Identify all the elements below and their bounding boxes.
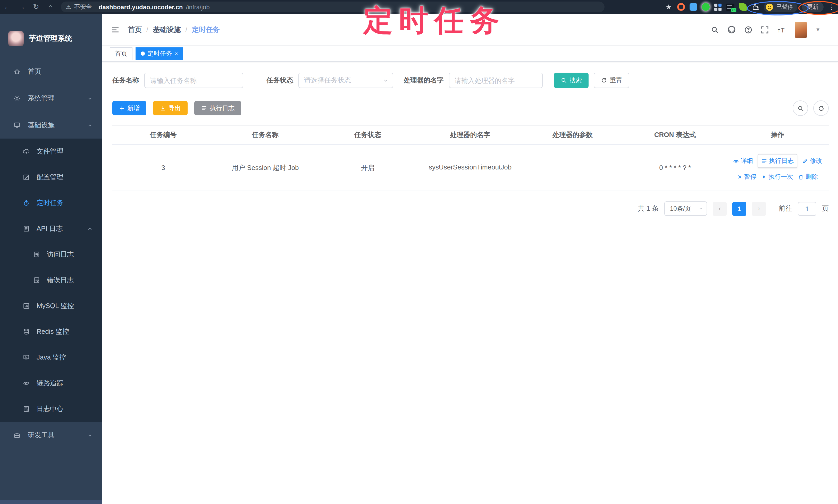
- action-edit[interactable]: 修改: [802, 157, 822, 165]
- home-icon[interactable]: ⌂: [43, 0, 58, 14]
- sidebar-item-file-management[interactable]: 文件管理: [0, 139, 102, 164]
- task-name-input[interactable]: [144, 73, 243, 88]
- sidebar-item-system[interactable]: 系统管理: [0, 85, 102, 112]
- cell-handler-param: [521, 144, 624, 191]
- handler-name-label: 处理器的名字: [404, 76, 444, 85]
- handler-name-input[interactable]: [449, 73, 543, 88]
- tags-view-bar: 首页 定时任务 ×: [102, 46, 838, 62]
- sidebar-item-access-log[interactable]: 访问日志: [0, 241, 102, 267]
- extension-green-icon[interactable]: [702, 3, 710, 11]
- sidebar-item-mysql-monitor[interactable]: MySQL 监控: [0, 293, 102, 319]
- sidebar-item-scheduled-tasks[interactable]: 定时任务: [0, 190, 102, 216]
- action-run-once[interactable]: 执行一次: [761, 173, 793, 181]
- sidebar-item-redis-monitor[interactable]: Redis 监控: [0, 319, 102, 345]
- sidebar-item-trace[interactable]: 链路追踪: [0, 370, 102, 396]
- sidebar-scrollbar[interactable]: [0, 500, 102, 504]
- user-avatar[interactable]: [795, 21, 807, 38]
- breadcrumb-infra[interactable]: 基础设施: [153, 25, 181, 34]
- next-page-button[interactable]: ›: [752, 202, 766, 216]
- breadcrumb-home[interactable]: 首页: [128, 25, 142, 34]
- reload-icon[interactable]: ↻: [29, 0, 43, 14]
- add-button[interactable]: 新增: [112, 101, 146, 115]
- infra-submenu: 文件管理 配置管理 定时任务: [0, 139, 102, 422]
- reset-button[interactable]: 重置: [594, 73, 629, 88]
- search-button-label: 搜索: [570, 76, 582, 85]
- github-icon[interactable]: [727, 25, 736, 34]
- sidebar-item-label: Redis 监控: [37, 327, 69, 336]
- exec-log-button[interactable]: 执行日志: [194, 101, 241, 115]
- log-list-icon: [761, 158, 767, 164]
- address-bar[interactable]: ⚠ 不安全 dashboard.yudao.iocoder.cn /infra/…: [61, 2, 605, 12]
- sidebar-item-api-log[interactable]: API 日志: [0, 216, 102, 241]
- chevron-down-icon: [383, 77, 389, 83]
- sidebar-item-dev-tools[interactable]: 研发工具: [0, 422, 102, 449]
- search-button[interactable]: 搜索: [554, 73, 589, 88]
- sidebar-item-error-log[interactable]: 错误日志: [0, 267, 102, 293]
- fullscreen-icon[interactable]: [761, 25, 769, 34]
- help-icon[interactable]: [744, 25, 752, 34]
- sidebar-item-home[interactable]: 首页: [0, 58, 102, 85]
- annotation-title: 定时任务: [363, 1, 506, 41]
- toggle-search-button[interactable]: [793, 101, 808, 116]
- extension-leaf-icon[interactable]: [739, 3, 747, 11]
- export-button[interactable]: 导出: [153, 101, 188, 115]
- warning-icon: ⚠: [66, 4, 71, 10]
- extension-blue-icon[interactable]: [689, 3, 697, 11]
- active-tag-dot: [141, 52, 145, 56]
- extension-orange-icon[interactable]: [677, 3, 685, 11]
- table-tools: [793, 101, 829, 116]
- goto-page-input[interactable]: [798, 202, 816, 216]
- sidebar-item-label: 首页: [28, 67, 41, 76]
- task-status-select[interactable]: 请选择任务状态: [298, 73, 393, 88]
- close-icon[interactable]: ×: [175, 51, 178, 57]
- forward-icon[interactable]: →: [14, 0, 29, 14]
- search-icon[interactable]: [711, 25, 719, 34]
- exec-log-button-label: 执行日志: [210, 104, 234, 112]
- tag-scheduled-tasks[interactable]: 定时任务 ×: [136, 47, 183, 60]
- font-size-icon[interactable]: TT: [777, 25, 786, 34]
- screen: ← → ↻ ⌂ ⚠ 不安全 dashboard.yudao.iocoder.cn…: [0, 0, 838, 504]
- insecure-label: 不安全: [74, 3, 92, 11]
- sidebar-item-java-monitor[interactable]: Java 监控: [0, 345, 102, 370]
- pencil-icon: [802, 158, 808, 164]
- sidebar-item-log-center[interactable]: 日志中心: [0, 396, 102, 422]
- caret-down-icon[interactable]: ▼: [815, 27, 820, 33]
- action-delete[interactable]: 删除: [798, 173, 818, 181]
- chevron-down-icon: [87, 95, 93, 101]
- task-name-label: 任务名称: [112, 76, 139, 85]
- play-icon: [761, 174, 767, 180]
- sidebar: 芋道管理系统 首页 系统管理: [0, 14, 102, 504]
- briefcase-icon: [13, 432, 21, 439]
- sidebar-item-label: MySQL 监控: [37, 301, 74, 311]
- extension-list-icon[interactable]: on: [726, 3, 734, 11]
- back-icon[interactable]: ←: [0, 0, 14, 14]
- refresh-button[interactable]: [813, 101, 829, 116]
- collapse-menu-icon[interactable]: [111, 25, 120, 34]
- download-icon: [160, 105, 166, 111]
- sidebar-item-label: 定时任务: [37, 198, 64, 208]
- action-detail[interactable]: 详细: [733, 157, 753, 165]
- gear-icon: [13, 95, 21, 102]
- page-size-select[interactable]: 10条/页: [664, 201, 707, 216]
- document-edit-icon: [33, 251, 40, 258]
- svg-text:T: T: [778, 29, 780, 33]
- annotation-orange-ellipse: [798, 1, 838, 15]
- prev-page-button[interactable]: ‹: [713, 202, 727, 216]
- cell-cron: 0 * * * * ? *: [624, 144, 727, 191]
- tag-home[interactable]: 首页: [110, 47, 133, 60]
- pagination: 共 1 条 10条/页 ‹ 1 › 前往 页: [112, 201, 829, 216]
- table-header-row: 任务编号 任务名称 任务状态 处理器的名字 处理器的参数 CRON 表达式 操作: [112, 125, 829, 144]
- home-menu-icon: [13, 68, 21, 75]
- sidebar-item-label: 系统管理: [28, 94, 55, 103]
- sidebar-item-config-management[interactable]: 配置管理: [0, 164, 102, 190]
- action-exec-log[interactable]: 执行日志: [757, 154, 797, 168]
- breadcrumb-separator: /: [146, 26, 149, 34]
- goto-label: 前往: [779, 204, 792, 213]
- extension-grid-icon[interactable]: [714, 3, 721, 11]
- trash-icon: [798, 174, 804, 180]
- cell-job-status: 开启: [316, 144, 419, 191]
- bookmark-star-icon[interactable]: ★: [665, 3, 673, 11]
- sidebar-item-infra[interactable]: 基础设施: [0, 112, 102, 139]
- action-pause[interactable]: 暂停: [737, 173, 756, 181]
- page-number-1[interactable]: 1: [732, 202, 746, 216]
